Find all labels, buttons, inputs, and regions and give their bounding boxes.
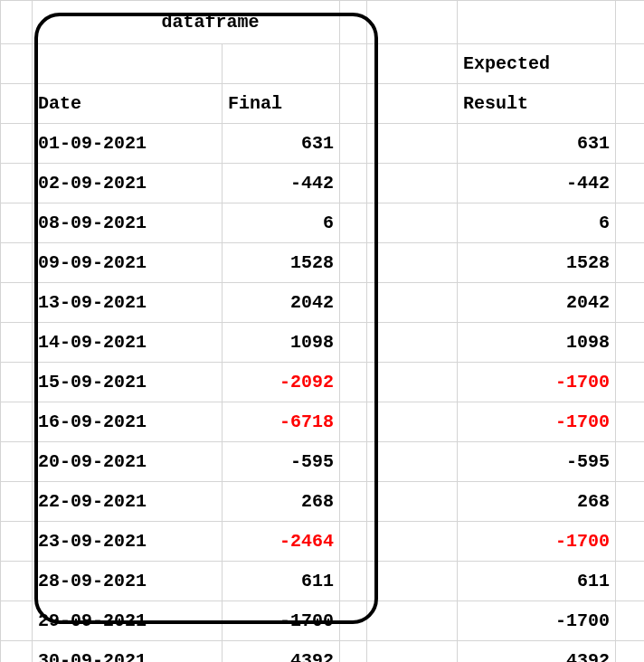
cell-blank[interactable] (616, 363, 645, 402)
result-cell[interactable]: 2042 (458, 283, 616, 323)
final-cell[interactable]: 611 (223, 562, 340, 601)
cell-blank[interactable] (1, 84, 33, 124)
result-cell[interactable]: 6 (458, 203, 616, 243)
date-cell[interactable]: 16-09-2021 (33, 402, 223, 442)
result-cell[interactable]: -1700 (458, 363, 616, 402)
cell-blank[interactable] (1, 44, 33, 84)
final-cell[interactable]: 4392 (223, 641, 340, 663)
result-cell[interactable]: -1700 (458, 601, 616, 641)
cell-blank[interactable] (616, 442, 645, 482)
final-cell[interactable]: 1098 (223, 323, 340, 363)
final-cell[interactable]: 1528 (223, 243, 340, 283)
cell-blank[interactable] (367, 641, 458, 663)
cell-blank[interactable] (340, 203, 367, 243)
cell-blank[interactable] (1, 1, 33, 44)
cell-blank[interactable] (367, 562, 458, 601)
cell-blank[interactable] (1, 482, 33, 522)
result-cell[interactable]: 1528 (458, 243, 616, 283)
final-cell[interactable]: -6718 (223, 402, 340, 442)
date-cell[interactable]: 30-09-2021 (33, 641, 223, 663)
cell-blank[interactable] (367, 164, 458, 203)
cell-blank[interactable] (1, 323, 33, 363)
result-cell[interactable]: -595 (458, 442, 616, 482)
cell-blank[interactable] (616, 641, 645, 663)
cell-blank[interactable] (1, 402, 33, 442)
cell-blank[interactable] (340, 641, 367, 663)
date-cell[interactable]: 13-09-2021 (33, 283, 223, 323)
result-cell[interactable]: 1098 (458, 323, 616, 363)
cell-blank[interactable] (33, 44, 223, 84)
cell-blank[interactable] (616, 44, 645, 84)
result-cell[interactable]: -1700 (458, 522, 616, 562)
cell-blank[interactable] (367, 243, 458, 283)
cell-blank[interactable] (616, 124, 645, 164)
date-cell[interactable]: 29-09-2021 (33, 601, 223, 641)
result-cell[interactable]: 631 (458, 124, 616, 164)
result-cell[interactable]: 611 (458, 562, 616, 601)
date-cell[interactable]: 23-09-2021 (33, 522, 223, 562)
cell-blank[interactable] (616, 522, 645, 562)
cell-blank[interactable] (340, 482, 367, 522)
final-cell[interactable]: 631 (223, 124, 340, 164)
date-cell[interactable]: 08-09-2021 (33, 203, 223, 243)
cell-blank[interactable] (616, 1, 645, 44)
cell-blank[interactable] (367, 402, 458, 442)
cell-blank[interactable] (616, 601, 645, 641)
cell-blank[interactable] (616, 402, 645, 442)
cell-blank[interactable] (616, 84, 645, 124)
date-cell[interactable]: 28-09-2021 (33, 562, 223, 601)
cell-blank[interactable] (340, 601, 367, 641)
cell-blank[interactable] (367, 203, 458, 243)
cell-blank[interactable] (340, 402, 367, 442)
cell-blank[interactable] (367, 601, 458, 641)
cell-blank[interactable] (616, 243, 645, 283)
date-cell[interactable]: 02-09-2021 (33, 164, 223, 203)
cell-blank[interactable] (1, 124, 33, 164)
cell-blank[interactable] (616, 283, 645, 323)
final-cell[interactable]: -2092 (223, 363, 340, 402)
result-cell[interactable]: -1700 (458, 402, 616, 442)
cell-blank[interactable] (616, 482, 645, 522)
cell-blank[interactable] (1, 363, 33, 402)
expected-header-1[interactable]: Expected (458, 44, 616, 84)
cell-blank[interactable] (340, 442, 367, 482)
cell-blank[interactable] (340, 522, 367, 562)
cell-blank[interactable] (1, 641, 33, 663)
date-cell[interactable]: 01-09-2021 (33, 124, 223, 164)
result-cell[interactable]: 268 (458, 482, 616, 522)
cell-blank[interactable] (1, 164, 33, 203)
result-cell[interactable]: -442 (458, 164, 616, 203)
cell-blank[interactable] (340, 283, 367, 323)
final-cell[interactable]: -2464 (223, 522, 340, 562)
cell-blank[interactable] (340, 44, 367, 84)
cell-blank[interactable] (340, 84, 367, 124)
date-cell[interactable]: 09-09-2021 (33, 243, 223, 283)
final-cell[interactable]: 268 (223, 482, 340, 522)
final-cell[interactable]: -1700 (223, 601, 340, 641)
cell-blank[interactable] (1, 203, 33, 243)
final-cell[interactable]: 6 (223, 203, 340, 243)
date-cell[interactable]: 20-09-2021 (33, 442, 223, 482)
result-cell[interactable]: 4392 (458, 641, 616, 663)
cell-blank[interactable] (367, 363, 458, 402)
final-cell[interactable]: -595 (223, 442, 340, 482)
cell-blank[interactable] (367, 44, 458, 84)
date-header[interactable]: Date (33, 84, 223, 124)
cell-blank[interactable] (1, 522, 33, 562)
cell-blank[interactable] (367, 124, 458, 164)
cell-blank[interactable] (367, 1, 458, 44)
cell-blank[interactable] (367, 482, 458, 522)
cell-blank[interactable] (223, 44, 340, 84)
cell-blank[interactable] (1, 243, 33, 283)
cell-blank[interactable] (458, 1, 616, 44)
cell-blank[interactable] (1, 442, 33, 482)
cell-blank[interactable] (367, 323, 458, 363)
cell-blank[interactable] (340, 243, 367, 283)
cell-blank[interactable] (367, 442, 458, 482)
dataframe-title[interactable]: dataframe (33, 1, 340, 44)
cell-blank[interactable] (1, 283, 33, 323)
cell-blank[interactable] (340, 562, 367, 601)
date-cell[interactable]: 15-09-2021 (33, 363, 223, 402)
date-cell[interactable]: 14-09-2021 (33, 323, 223, 363)
cell-blank[interactable] (340, 363, 367, 402)
